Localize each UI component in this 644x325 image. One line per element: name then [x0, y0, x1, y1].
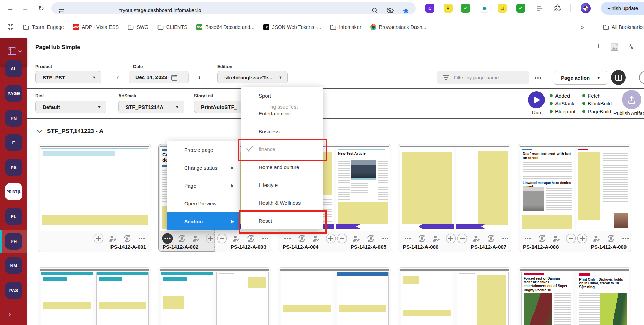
more-icon[interactable] [162, 233, 173, 244]
date-next-icon[interactable]: › [198, 73, 201, 81]
partial-circle-icon[interactable] [639, 71, 644, 84]
sidebar-item-ph[interactable]: PH [5, 233, 22, 250]
more-options[interactable]: ••• [535, 75, 542, 81]
more-icon[interactable] [379, 233, 391, 244]
add-icon[interactable]: + [596, 41, 601, 52]
page-card-r1-1[interactable]: PS-1412-A-001 [38, 144, 151, 252]
status-icon[interactable] [296, 233, 307, 244]
dial-select[interactable]: Default▼ [35, 101, 106, 113]
bookmark-item-swg[interactable]: SWG [128, 24, 149, 30]
page-thumbnail[interactable]: Forced rest of Damian McKenzie takes ent… [521, 272, 573, 325]
sidebar-item-e[interactable]: E [5, 134, 22, 151]
menu-item-open-preview[interactable]: Open Preview [167, 194, 240, 212]
page-action-button[interactable]: Page action▼ [554, 71, 607, 85]
extension-icon-3[interactable]: ✓ [461, 4, 470, 13]
section-collapse-icon[interactable] [37, 130, 43, 133]
all-bookmarks[interactable]: All Bookmarks [603, 24, 644, 30]
page-card-r1-5[interactable]: Deaf man battered with bat on streetLinw… [518, 144, 631, 252]
reading-list-icon[interactable] [536, 5, 543, 12]
date-prev-icon[interactable]: ‹ [117, 73, 119, 81]
assign-icon[interactable] [471, 233, 482, 244]
sidebar-item-ps[interactable]: PS [5, 159, 22, 176]
assign-icon[interactable] [551, 233, 562, 244]
bookmark-item-infomaker[interactable]: Infomaker [330, 24, 361, 30]
finish-update-button[interactable]: Finish update [601, 2, 644, 15]
menu-item-freeze-page[interactable]: Freeze page [167, 141, 240, 159]
plus-icon[interactable] [216, 233, 227, 244]
sidebar-expand-icon[interactable]: › [8, 309, 11, 319]
page-thumbnail[interactable]: Print Only : Djokovic holds on in Dubai,… [577, 272, 629, 325]
columns-view-button[interactable] [611, 70, 626, 85]
filter-input[interactable]: Filter by page name... [437, 71, 529, 84]
page-thumbnail[interactable] [401, 272, 453, 325]
more-icon[interactable] [259, 233, 271, 244]
more-icon[interactable] [500, 233, 511, 244]
sidebar-item-page[interactable]: PAGE [5, 85, 22, 102]
run-button[interactable] [528, 91, 545, 108]
page-card-r2-5[interactable]: Forced rest of Damian McKenzie takes ent… [518, 267, 631, 325]
sidebar-item-pas[interactable]: PAS [5, 282, 22, 299]
bookmarks-apps-icon[interactable] [8, 24, 14, 30]
sidebar-item-nm[interactable]: NM [5, 257, 22, 274]
bookmark-star-icon[interactable] [402, 7, 410, 14]
submenu-item-health-wellness[interactable]: Health & Wellness [241, 194, 323, 212]
extension-icon-2[interactable]: ⚲ [444, 4, 453, 13]
page-card-r2-1[interactable] [38, 267, 151, 325]
plus-icon[interactable] [205, 233, 216, 244]
page-thumbnail[interactable] [281, 272, 333, 325]
assign-icon[interactable] [311, 233, 322, 244]
bookmark-item-adp-vista-ess[interactable]: ADPADP - Vista ESS [73, 24, 119, 30]
extensions-puzzle-icon[interactable] [554, 4, 562, 12]
bookmark-item-base64-decode-and[interactable]: B64Base64 Decode and... [196, 24, 255, 30]
page-thumbnail[interactable] [161, 272, 213, 325]
status-icon[interactable] [536, 233, 548, 244]
back-icon[interactable]: ← [5, 3, 15, 13]
page-thumbnail-ps-1412-a-005[interactable]: New Test Article [336, 147, 390, 231]
status-icon[interactable] [365, 233, 376, 244]
submenu-item-lifestyle[interactable]: Lifestyle [241, 176, 323, 194]
page-thumbnail[interactable] [216, 272, 269, 325]
more-icon[interactable] [136, 233, 147, 244]
more-icon[interactable] [402, 233, 413, 244]
assign-icon[interactable] [190, 233, 202, 244]
sidebar-item-fl[interactable]: FL [5, 208, 22, 225]
image-doc-icon[interactable] [610, 43, 619, 52]
publish-button[interactable] [622, 90, 641, 109]
sidebar-item-al[interactable]: AL [5, 60, 22, 77]
more-icon[interactable] [522, 233, 533, 244]
product-select[interactable]: STF_PST▼ [35, 71, 101, 83]
status-icon[interactable] [176, 233, 187, 244]
page-thumbnail[interactable] [337, 272, 389, 325]
more-icon[interactable] [620, 233, 631, 244]
submenu-item-business[interactable]: Business [241, 122, 323, 140]
page-card-r2-4[interactable] [398, 267, 511, 325]
edition-select[interactable]: stretchingIssueTe...▼ [217, 71, 288, 83]
forward-icon[interactable]: → [21, 3, 30, 13]
page-thumbnail-ps-1412-a-008[interactable]: Deaf man battered with bat on streetLinw… [520, 147, 574, 231]
page-thumbnail-ps-1412-a-009[interactable] [576, 147, 630, 231]
activity-icon[interactable] [627, 44, 636, 50]
page-thumbnail-ps-1412-a-007[interactable] [456, 147, 510, 231]
page-card-r1-4[interactable]: PS-1412-A-006PS-1412-A-007 [398, 144, 511, 252]
extension-icon-1[interactable]: C [425, 4, 434, 13]
password-eye-off-icon[interactable] [386, 7, 394, 14]
bookmark-item-json-web-tokens[interactable]: ✳JSON Web Tokens -... [263, 24, 321, 30]
sidebar-toggle-icon[interactable] [8, 47, 16, 55]
bookmark-item-browserstack-dash[interactable]: Browserstack-Dash... [370, 24, 426, 30]
calendar-icon[interactable] [171, 74, 177, 81]
sidebar-item-print-l[interactable]: PRINT|L [5, 183, 22, 200]
assign-icon[interactable] [231, 233, 242, 244]
date-input[interactable]: Dec 14, 2023 [129, 71, 189, 83]
bookmark-item-team-engage[interactable]: Team_Engage [23, 24, 64, 30]
submenu-item-sport[interactable]: Sport [241, 87, 323, 104]
address-bar[interactable]: tryout.stage.dashboard.infomaker.io [51, 2, 416, 14]
status-icon[interactable] [416, 233, 428, 244]
plus-icon[interactable] [456, 233, 468, 244]
status-icon[interactable] [605, 233, 617, 244]
plus-icon[interactable] [93, 233, 104, 244]
more-icon[interactable] [282, 233, 293, 244]
page-card-r2-3[interactable] [278, 267, 391, 325]
assign-icon[interactable] [107, 233, 118, 244]
extension-icon-5[interactable]: □ [498, 4, 507, 13]
sidebar-item-pn[interactable]: PN [5, 110, 22, 127]
